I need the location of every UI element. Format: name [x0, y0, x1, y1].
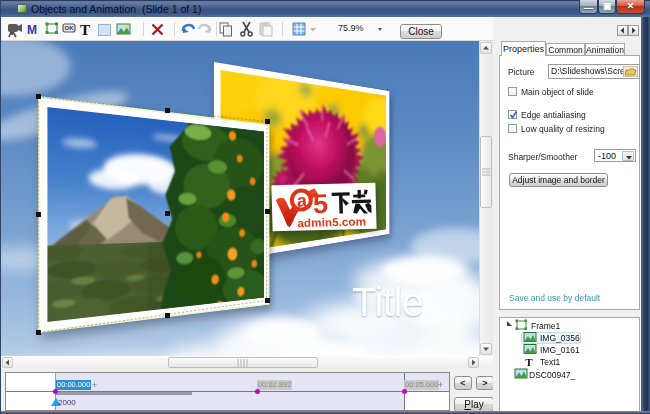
svg-text:M: M: [27, 23, 37, 37]
svg-text:a: a: [297, 190, 309, 210]
svg-text:T: T: [80, 22, 90, 38]
svg-text:OK: OK: [65, 25, 75, 31]
svg-text:T: T: [525, 356, 533, 368]
svg-text:admin5.com: admin5.com: [297, 214, 366, 229]
